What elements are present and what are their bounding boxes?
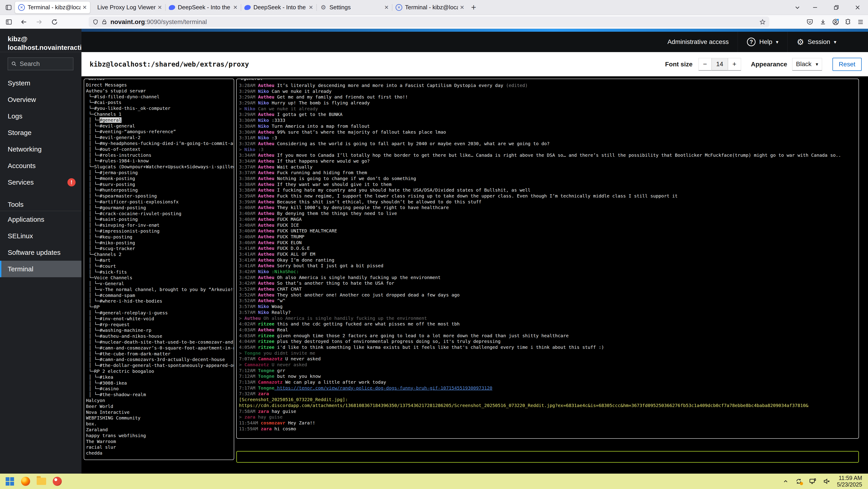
message-author[interactable]: Camnazotz <box>258 379 282 385</box>
tab-close-button[interactable]: ✕ <box>233 4 238 11</box>
channel-item[interactable]: │ └─#venting-“amongus-reference” <box>86 129 234 135</box>
app-button[interactable] <box>53 477 62 486</box>
channel-item[interactable]: │ └─#rp-request <box>86 322 234 328</box>
url-bar[interactable]: novaint.org:9090/system/terminal <box>89 17 769 27</box>
minimize-button[interactable] <box>810 2 820 12</box>
message-author[interactable]: Autheu <box>258 234 274 239</box>
message-author[interactable]: Autheu <box>258 286 274 292</box>
channel-item[interactable]: │ └─#my-headphones-fucking-died-i’m-goin… <box>86 141 234 147</box>
channel-item[interactable]: │ └─#general-roleplay-i-guess <box>86 310 234 316</box>
message-author[interactable]: Autheu <box>258 199 274 204</box>
tab-close-button[interactable]: ✕ <box>82 4 87 11</box>
message-author[interactable]: Niko <box>258 269 269 274</box>
channel-item[interactable]: └─#cai-posts <box>86 100 234 106</box>
channel-item[interactable]: └─#lsd-filled-dyno-channel <box>86 94 234 100</box>
channel-item[interactable]: │ └─#court <box>86 263 234 269</box>
channel-item[interactable]: │ └─#casino <box>86 386 234 392</box>
back-button[interactable] <box>19 17 29 27</box>
channel-item[interactable]: │ └─#nuclear-death-site-that-used-to-be-… <box>86 339 234 345</box>
message-author[interactable]: Autheu <box>258 182 274 187</box>
channel-item[interactable]: │ └─#keu-posting <box>86 234 234 240</box>
channel-item[interactable]: │ └─#inv-enot-white-void <box>86 316 234 322</box>
sidebar-toggle-button[interactable] <box>4 17 14 27</box>
message-author[interactable]: Autheu <box>258 158 274 164</box>
file-explorer-button[interactable] <box>37 477 46 486</box>
message-author[interactable]: Autheu <box>258 129 274 135</box>
message-author[interactable]: Niko <box>258 118 269 123</box>
message-author[interactable]: Niko <box>258 123 269 129</box>
font-size-value[interactable]: 14 <box>712 58 728 71</box>
menu-hamburger-icon[interactable] <box>855 17 866 27</box>
reload-button[interactable] <box>49 17 60 27</box>
sidebar-item-storage[interactable]: Storage <box>0 124 82 141</box>
taskbar-firefox-button[interactable] <box>21 477 30 486</box>
guild-item[interactable]: happy trans webfihsing <box>86 433 234 439</box>
search-input[interactable]: Search <box>8 58 73 70</box>
channel-item[interactable]: │ └─#rules-1984-i-know <box>86 158 234 164</box>
message-author[interactable]: Autheu <box>258 223 274 228</box>
message-author[interactable]: Autheu <box>258 275 274 280</box>
terminal-screen[interactable]: Guilds Direct MessagesAutheu’s stupid se… <box>82 76 868 473</box>
guild-item[interactable]: Autheu’s stupid servør <box>86 88 234 94</box>
channel-item[interactable]: │ └─#impressionist-posting <box>86 228 234 234</box>
guild-item[interactable]: └─RP 2 electric boogaloo <box>86 369 234 374</box>
message-author[interactable]: Niko <box>258 304 269 309</box>
guild-item[interactable]: Beer World <box>86 404 234 409</box>
guild-item[interactable]: Direct Messages <box>86 82 234 88</box>
channel-item[interactable]: │ └─#general <box>86 117 234 123</box>
message-author[interactable]: Tongne <box>258 368 274 373</box>
message-log[interactable]: 3:28AM Autheu It’s literally descending … <box>237 79 859 432</box>
message-author[interactable]: Autheu <box>258 141 274 146</box>
message-author[interactable]: Autheu <box>258 246 274 251</box>
guild-item[interactable]: Halcyon <box>86 398 234 404</box>
guild-item[interactable]: Zaraland <box>86 427 234 433</box>
session-menu[interactable]: ⚙ Session ▾ <box>787 32 845 52</box>
tab-close-button[interactable]: ✕ <box>309 4 313 11</box>
guild-item[interactable]: Nova Interactive <box>86 409 234 415</box>
message-author[interactable]: Autheu <box>258 164 274 170</box>
channel-item[interactable]: │ └─#washing-machine-rp <box>86 327 234 334</box>
tab-close-button[interactable]: ✕ <box>384 4 389 11</box>
sidebar-item-applications[interactable]: Applications <box>0 211 82 228</box>
sidebar-item-overview[interactable]: Overview <box>0 91 82 108</box>
channel-item[interactable]: └─#you-liked-this-_ok-computer <box>86 106 234 111</box>
channel-item[interactable]: │ └─#the-shadow-realm <box>86 392 234 398</box>
message-author[interactable]: ritzee <box>258 321 274 326</box>
channel-item[interactable]: │ └─#where-i-hid-the-bodies <box>86 298 234 304</box>
chat-link[interactable]: https://tenor.com/view/randy-police-dog-… <box>275 385 492 391</box>
channel-item[interactable]: │ └─#command-spam <box>86 293 234 298</box>
message-author[interactable]: Tongne <box>258 385 274 391</box>
channel-item[interactable]: │ └─#the-cube-from-dark-matter <box>86 351 234 357</box>
message-author[interactable]: Autheu <box>258 187 274 193</box>
sidebar-item-system[interactable]: System <box>0 75 82 91</box>
guild-item[interactable]: └─Slugcats (Downpour+Watcher+Upsuck+Side… <box>86 164 234 170</box>
message-author[interactable]: Autheu <box>258 280 274 286</box>
channel-item[interactable]: │ └─#hunterposting <box>86 187 234 193</box>
channel-item[interactable]: │ └─#roles-instructions <box>86 152 234 158</box>
message-author[interactable]: Autheu <box>258 217 274 222</box>
display-tray-icon[interactable] <box>809 478 816 485</box>
browser-tab[interactable]: ✕Terminal - kibz@localhost.nova✕ <box>15 2 90 13</box>
admin-access-button[interactable]: Administrative access <box>658 32 738 52</box>
message-author[interactable]: zara <box>261 426 272 431</box>
message-author[interactable]: Autheu <box>258 193 274 199</box>
message-author[interactable]: Autheu <box>258 292 274 297</box>
volume-muted-icon[interactable] <box>823 478 830 485</box>
guild-item[interactable]: WEBFISHING Community <box>86 415 234 421</box>
sidebar-item-logs[interactable]: Logs <box>0 108 82 124</box>
channel-item[interactable]: │ └─#surv-posting <box>86 182 234 188</box>
tab-list-chevron-icon[interactable] <box>793 2 802 12</box>
channel-item[interactable]: │ └─#evil-general-2 <box>86 135 234 141</box>
close-window-button[interactable] <box>852 2 863 12</box>
guild-item[interactable]: └─Channels 2 <box>86 252 234 258</box>
browser-tab[interactable]: ⚙Settings✕ <box>317 2 392 13</box>
message-author[interactable]: Autheu <box>258 257 274 263</box>
channel-item[interactable]: │ └─#out-of-context <box>86 147 234 152</box>
channel-item[interactable]: │ └─#monk-posting <box>86 176 234 182</box>
guild-item[interactable]: racial slur <box>86 444 234 450</box>
sidebar-item-accounts[interactable]: Accounts <box>0 157 82 174</box>
message-author[interactable]: Camnazotz <box>258 356 282 362</box>
message-author[interactable]: zara <box>258 409 269 414</box>
message-author[interactable]: Autheu <box>258 205 274 210</box>
message-author[interactable]: zara <box>258 391 269 396</box>
